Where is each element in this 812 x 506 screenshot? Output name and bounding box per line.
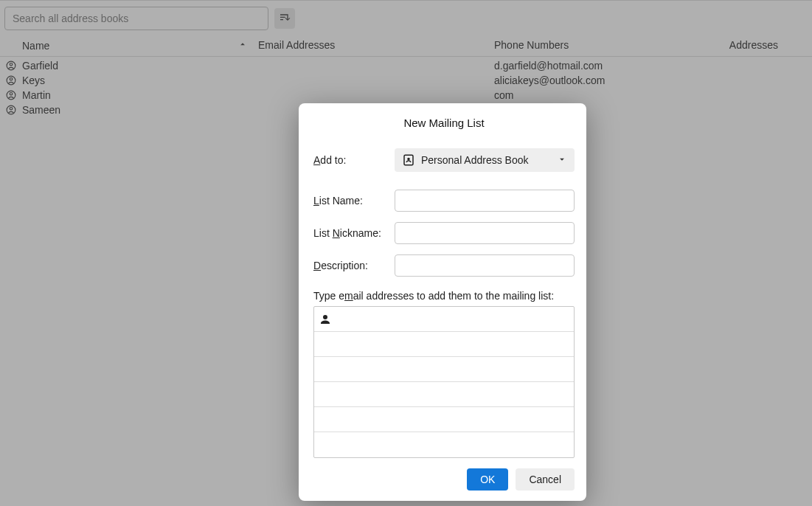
email-slot[interactable]	[314, 357, 574, 382]
email-slot[interactable]	[314, 407, 574, 432]
add-to-label: Add to:	[313, 154, 395, 166]
person-icon	[319, 313, 332, 326]
cancel-button[interactable]: Cancel	[516, 468, 575, 491]
email-input[interactable]	[335, 307, 569, 331]
email-slot[interactable]	[314, 332, 574, 357]
list-nickname-label: List Nickname:	[313, 227, 395, 239]
email-slot[interactable]	[314, 307, 574, 332]
email-input[interactable]	[319, 382, 569, 406]
email-input[interactable]	[319, 432, 569, 457]
email-input[interactable]	[319, 407, 569, 432]
chevron-down-icon	[557, 154, 567, 167]
add-to-value: Personal Address Book	[421, 154, 529, 166]
email-address-list	[313, 306, 575, 458]
email-slot[interactable]	[314, 432, 574, 457]
ok-button[interactable]: OK	[467, 468, 508, 491]
new-mailing-list-dialog: New Mailing List Add to: Personal Addres…	[299, 103, 586, 501]
description-input[interactable]	[395, 254, 575, 277]
dialog-title: New Mailing List	[313, 117, 575, 129]
email-input[interactable]	[319, 357, 569, 381]
dialog-buttons: OK Cancel	[313, 468, 575, 491]
add-to-dropdown[interactable]: Personal Address Book	[395, 148, 575, 172]
address-book-icon	[402, 153, 415, 167]
email-slot[interactable]	[314, 382, 574, 407]
svg-point-9	[407, 158, 409, 160]
email-input[interactable]	[319, 332, 569, 356]
description-label: Description:	[313, 260, 395, 271]
list-name-label: List Name:	[313, 195, 395, 207]
list-nickname-input[interactable]	[395, 222, 575, 244]
email-hint: Type email addresses to add them to the …	[313, 290, 575, 302]
list-name-input[interactable]	[395, 190, 575, 212]
